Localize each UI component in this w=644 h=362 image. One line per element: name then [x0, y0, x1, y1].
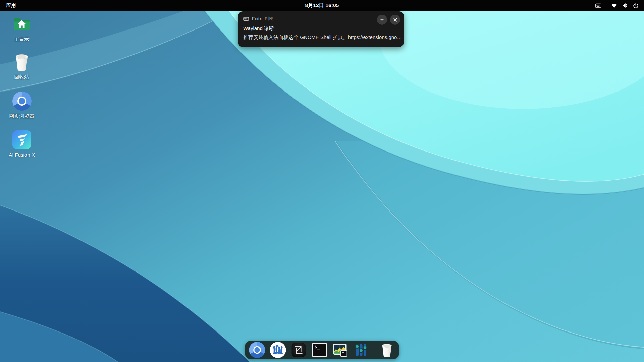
desktop-icon-label: 网页浏览器 — [9, 113, 35, 119]
trash-bin-icon — [13, 52, 30, 72]
notification-popup[interactable]: Fcitx 刚刚 Wayland 诊断 推荐安装输入法面板这个 GNOME Sh… — [238, 11, 404, 47]
dock-item-zed-editor[interactable] — [291, 342, 307, 358]
dock-item-trash[interactable] — [379, 342, 395, 358]
clock-button[interactable]: 8月12日 16:05 — [305, 2, 339, 9]
keyboard-icon — [243, 16, 249, 22]
coral-icon — [270, 342, 286, 358]
wallpaper-art — [0, 0, 644, 362]
keyboard-icon[interactable] — [594, 2, 602, 9]
status-area — [594, 2, 644, 9]
ai-fusion-x-icon — [12, 129, 32, 150]
wifi-icon — [610, 2, 618, 9]
dock-item-tweaks[interactable] — [353, 342, 369, 358]
notification-time: 刚刚 — [265, 16, 274, 22]
zed-icon — [291, 342, 307, 358]
trash-icon — [380, 342, 394, 358]
notification-collapse-button[interactable] — [377, 15, 387, 25]
tweaks-icon — [354, 342, 369, 358]
desktop-icon-home[interactable]: 主目录 — [1, 13, 42, 42]
dock-item-system-monitor[interactable] — [332, 342, 348, 358]
desktop-icon-label: 回收站 — [14, 74, 30, 80]
dock: $_ — [245, 341, 399, 359]
desktop-icon-ai-fusion-x[interactable]: AI Fusion X — [1, 129, 42, 158]
close-icon — [393, 18, 397, 22]
terminal-prompt-glyph: $_ — [315, 344, 320, 350]
dock-item-coral-app[interactable] — [270, 342, 286, 358]
system-monitor-icon — [332, 342, 348, 358]
dock-item-chromium[interactable] — [249, 342, 265, 358]
top-bar: 应用 8月12日 16:05 — [0, 0, 644, 11]
chromium-icon — [12, 90, 32, 111]
notification-app-name: Fcitx — [252, 16, 262, 21]
dock-item-terminal[interactable]: $_ — [312, 342, 328, 358]
chromium-icon — [249, 342, 265, 358]
desktop-icon-browser[interactable]: 网页浏览器 — [1, 90, 42, 119]
dock-separator — [374, 344, 374, 356]
notification-body: 推荐安装输入法面板这个 GNOME Shell 扩展。https://exten… — [238, 32, 404, 41]
desktop-icon-label: AI Fusion X — [9, 152, 35, 158]
desktop-icon-label: 主目录 — [14, 36, 30, 42]
chevron-down-icon — [380, 18, 384, 21]
home-folder-icon — [12, 13, 32, 34]
power-icon — [632, 2, 639, 9]
clock-label: 8月12日 16:05 — [305, 2, 339, 8]
volume-icon — [621, 2, 629, 9]
activities-button[interactable]: 应用 — [0, 0, 22, 11]
notification-close-button[interactable] — [390, 15, 400, 25]
terminal-icon: $_ — [312, 343, 327, 357]
activities-label: 应用 — [6, 2, 16, 9]
desktop-wallpaper — [0, 0, 644, 362]
system-menu[interactable] — [610, 2, 639, 9]
desktop-icon-trash[interactable]: 回收站 — [1, 52, 42, 80]
